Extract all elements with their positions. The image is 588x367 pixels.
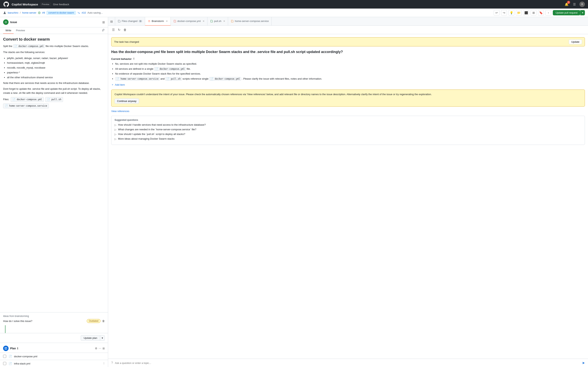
plan-item-checkbox-infra[interactable] (3, 362, 6, 365)
docker-tab-close[interactable]: ✕ (203, 20, 205, 23)
redo-btn[interactable]: ↪ (501, 10, 507, 16)
left-panel: Issue ⊞ Write Preview Convert to docker … (0, 17, 108, 367)
avatar[interactable]: B (579, 1, 585, 7)
svg-point-4 (6, 22, 6, 23)
idea-delete-icon[interactable]: 🗑 (102, 319, 105, 323)
issue-num[interactable]: #9 (42, 11, 45, 14)
brainstorm-tab-close[interactable]: ✕ (166, 20, 168, 23)
plan-item-checkbox-docker[interactable] (3, 355, 6, 358)
suggested-text-3: How should I update the `pull.sh` script… (118, 133, 185, 135)
preview-tag[interactable]: Preview (40, 2, 51, 6)
tab-preview[interactable]: Preview (14, 27, 27, 34)
plan-item-name-docker: docker-compose.yml (14, 355, 105, 358)
pull-tab-close[interactable]: ✕ (223, 20, 225, 23)
lightbulb-icon[interactable]: 💡 (509, 10, 514, 16)
bookmark-icon[interactable]: 🔖 (538, 10, 544, 16)
issue-settings-icon[interactable]: ⊞ (102, 20, 105, 24)
file-tag-service[interactable]: 📄 home-server-compose.service (3, 103, 49, 108)
file-icon-green: 📄 (8, 362, 12, 366)
grid-icon[interactable]: ⊞ (531, 10, 536, 16)
add-item-row[interactable]: ＋ Add item (111, 83, 585, 86)
plan-header: Plan ℹ ⚙ ⋯ ⊞ (3, 345, 105, 353)
plan-filter-icon[interactable]: ⚙ (95, 347, 97, 350)
sidebar-toggle-icon[interactable]: ☰ (111, 27, 115, 33)
list-item: paperless-* (7, 71, 105, 75)
file-tag-docker[interactable]: 📄 docker-compose.yml (11, 97, 44, 102)
inline-code-service: 📄 home-server-compose.service (115, 77, 160, 81)
suggested-text-4: More ideas about managing Docker Swarm s… (118, 137, 174, 140)
idea-text: How do I solve this issue? (3, 320, 85, 323)
task-update-button[interactable]: Update (569, 39, 582, 44)
idea-row: How do I solve this issue? Outdated 🗑 (3, 319, 105, 323)
plan-add-icon[interactable]: ⊞ (103, 347, 105, 350)
brainstorm-question: Has the docker-compose.yml file been spl… (111, 50, 585, 54)
plan-item-name-infra: infra-stack.yml (14, 362, 101, 365)
username[interactable]: baruchiro (8, 11, 18, 14)
tab-brainstorm[interactable]: Brainstorm ✕ (145, 17, 171, 26)
list-item: No, services are not split into multiple… (115, 62, 585, 66)
suggested-text-2: What changes are needed in the `home-ser… (118, 128, 196, 131)
main-layout: Issue ⊞ Write Preview Convert to docker … (0, 17, 588, 367)
hamburger-menu-icon[interactable]: ☰ (572, 1, 577, 7)
terminal-icon[interactable]: ⬛ (523, 10, 529, 16)
repo-name[interactable]: home-server (22, 11, 36, 14)
suggested-item-1[interactable]: ▷ How should I handle services that need… (114, 123, 582, 126)
svg-point-0 (4, 12, 5, 13)
ask-input[interactable] (115, 362, 580, 365)
pr-num[interactable]: #10 (82, 11, 86, 14)
view-references-link[interactable]: View references (111, 110, 585, 113)
file-tag-pull[interactable]: 📄 pull.sh (45, 97, 63, 102)
update-plan-caret[interactable]: ▾ (100, 335, 105, 341)
share-icon[interactable]: ↑ (545, 10, 551, 16)
update-pr-button[interactable]: Update pull request (553, 10, 580, 15)
suggested-questions-box: Suggested questions ▷ How should I handl… (111, 116, 585, 145)
delete-icon[interactable]: 🗑 (123, 27, 127, 33)
plus-icon: ＋ (111, 83, 114, 86)
tab-pull-sh[interactable]: pull.sh ✕ (208, 17, 228, 26)
move-icon[interactable]: ⠿ (133, 58, 135, 60)
warning-box: Copilot Workspace couldn't understand th… (111, 90, 585, 107)
plan-section-title: Plan ℹ (10, 347, 93, 350)
suggested-text-1: How should I handle services that need a… (118, 123, 206, 126)
list-item: homeassistant, mqtt, zigbee2mqtt (7, 61, 105, 65)
suggested-item-2[interactable]: ▷ What changes are needed in the `home-s… (114, 128, 582, 131)
plan-item-infra: 📄 infra-stack.yml ⠿ (0, 360, 108, 367)
plan-more-icon[interactable]: ⋯ (99, 347, 101, 350)
right-tabs: ▤ Files changed 9 Brainstorm ✕ docker-co… (108, 17, 588, 26)
tab-files-changed[interactable]: Files changed 9 (115, 17, 145, 26)
plan-info-icon[interactable]: ℹ (17, 347, 18, 350)
ideas-section: Ideas from brainstorming How do I solve … (0, 312, 108, 325)
drag-handle-icon[interactable]: ⠿ (103, 362, 105, 365)
undo-btn[interactable]: ↩ (494, 10, 500, 16)
plan-circle-icon (3, 346, 9, 351)
branch-label[interactable]: convert-to-docker-swarm (46, 11, 76, 15)
continue-anyway-button[interactable]: Continue anyway (114, 99, 139, 104)
files-icon (118, 20, 121, 23)
outdated-badge: Outdated (87, 319, 101, 323)
docker-file-icon (173, 20, 176, 23)
tab-docker-compose[interactable]: docker-compose.yml ✕ (171, 17, 208, 26)
update-plan-section: Update plan ▾ (0, 333, 108, 343)
folder-icon[interactable]: 📁 (516, 10, 522, 16)
panel-toggle-icon[interactable]: ▤ (108, 17, 115, 26)
issue-note2: Dont forget to update the .service file … (3, 87, 105, 95)
tab-home-server[interactable]: home-server-compose.service (228, 17, 272, 26)
issue-header: Issue ⊞ (0, 17, 108, 27)
brainstorm-content: The task has changed Update Has the dock… (108, 34, 588, 359)
update-plan-button[interactable]: Update plan (81, 335, 100, 341)
ask-send-icon[interactable]: ➤ (582, 361, 585, 365)
give-feedback-link[interactable]: Give feedback (53, 3, 69, 6)
ideas-label: Ideas from brainstorming (3, 315, 105, 317)
suggested-item-4[interactable]: ▷ More ideas about managing Docker Swarm… (114, 137, 582, 140)
services-list: jellyfin, jackett, deluge, sonarr, radar… (7, 56, 105, 80)
suggested-label: Suggested questions (114, 119, 582, 121)
autosave-status: Auto saving... (87, 11, 103, 14)
suggested-item-3[interactable]: ▷ How should I update the `pull.sh` scri… (114, 133, 582, 136)
notification-icon[interactable]: 🔔 (564, 1, 569, 7)
attach-icon[interactable] (102, 29, 105, 32)
refresh-icon[interactable]: ↻ (117, 27, 121, 33)
tab-write[interactable]: Write (3, 27, 14, 34)
update-pr-caret[interactable]: ▾ (580, 10, 585, 15)
issue-icon (38, 11, 41, 14)
list-item: 📄 home-server-compose.service and 📄 pull… (115, 77, 585, 81)
